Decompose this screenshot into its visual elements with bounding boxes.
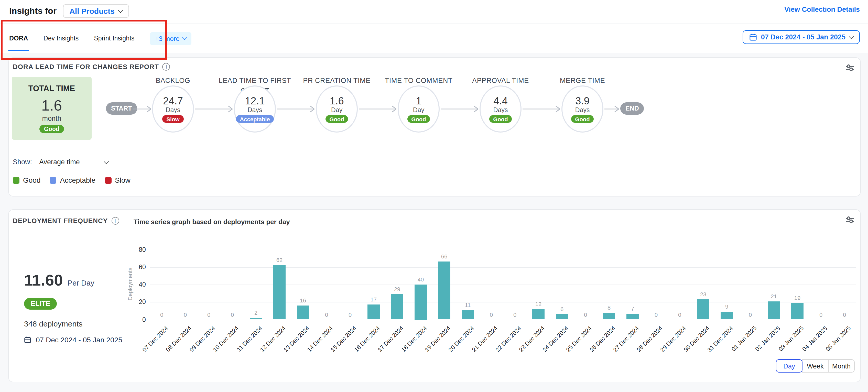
flow-arrow	[195, 105, 233, 113]
tab-dev-insights[interactable]: Dev Insights	[43, 24, 79, 53]
stage-value: 12.1	[245, 95, 265, 107]
legend-swatch	[105, 177, 111, 183]
stage-lead-time-to-first-commit: 12.1DaysAcceptable	[234, 86, 276, 132]
bar-value-label: 0	[175, 311, 195, 318]
legend-swatch	[50, 177, 57, 183]
calendar-icon	[749, 33, 757, 41]
bar-value-label: 0	[740, 311, 761, 318]
stage-merge-time: 3.9DaysGood	[561, 86, 603, 132]
deployment-frequency-card: DEPLOYMENT FREQUENCY i Time series graph…	[8, 209, 861, 382]
legend-item-acceptable: Acceptable	[50, 176, 96, 184]
bar[interactable]	[697, 299, 709, 320]
bar[interactable]	[791, 303, 804, 320]
stage-unit: Days	[248, 107, 262, 114]
content-area: DORA LEAD TIME FOR CHANGES REPORT i TOTA…	[0, 53, 868, 392]
flow-arrow	[523, 105, 560, 113]
bar-value-label: 0	[834, 311, 855, 318]
bar-value-label: 16	[293, 297, 313, 303]
stage-title-merge-time: MERGE TIME	[541, 76, 623, 86]
gridline	[150, 267, 856, 268]
product-selector-value: All Products	[69, 7, 115, 16]
bar[interactable]	[297, 305, 309, 320]
stage-unit: Day	[413, 107, 424, 114]
chevron-down-icon	[182, 35, 187, 40]
bar[interactable]	[250, 318, 262, 320]
bar-value-label: 19	[787, 295, 808, 301]
show-metric-select[interactable]: Average time	[39, 158, 80, 166]
bar[interactable]	[603, 313, 615, 320]
bar-value-label: 29	[387, 286, 407, 292]
chevron-down-icon	[849, 34, 854, 39]
lead-time-card: DORA LEAD TIME FOR CHANGES REPORT i TOTA…	[8, 57, 861, 197]
stage-pr-creation-time: 1.6DayGood	[316, 86, 358, 132]
stage-backlog: 24.7DaysSlow	[152, 86, 194, 132]
bar[interactable]	[721, 312, 733, 320]
tabs-more-dropdown[interactable]: +3 more	[150, 32, 191, 45]
bar[interactable]	[532, 309, 545, 320]
bar-value-label: 8	[599, 304, 619, 311]
bar[interactable]	[368, 305, 380, 320]
bar[interactable]	[273, 265, 286, 320]
bar[interactable]	[414, 284, 427, 320]
x-axis-line	[142, 320, 856, 320]
tab-list: DORADev InsightsSprint Insights+3 more	[9, 24, 191, 53]
stage-status-badge: Good	[407, 115, 430, 123]
stage-status-badge: Good	[571, 115, 594, 123]
date-range-picker[interactable]: 07 Dec 2024 - 05 Jan 2025	[743, 30, 860, 44]
lead-time-flow: START END BACKLOG24.7DaysSlowLEAD TIME T…	[9, 58, 860, 160]
bar-value-label: 0	[481, 311, 501, 318]
show-row: Show: Average time	[13, 158, 108, 166]
stage-status-badge: Acceptable	[236, 115, 274, 123]
bar[interactable]	[768, 301, 780, 320]
bar-value-label: 7	[622, 305, 643, 311]
insights-tabbar: DORADev InsightsSprint Insights+3 more 0…	[0, 24, 868, 53]
granularity-day[interactable]: Day	[776, 359, 803, 372]
bar[interactable]	[556, 314, 568, 320]
bar-value-label: 62	[269, 257, 290, 263]
bar-value-label: 11	[458, 302, 478, 308]
bar-value-label: 0	[198, 311, 219, 318]
chevron-down-icon[interactable]	[104, 159, 109, 164]
legend-label: Acceptable	[60, 176, 96, 184]
stage-value: 24.7	[163, 95, 183, 107]
granularity-month[interactable]: Month	[828, 359, 855, 372]
bar-value-label: 0	[811, 311, 831, 318]
flow-arrow	[133, 105, 152, 113]
bar-value-label: 6	[552, 306, 572, 312]
stage-unit: Days	[166, 107, 180, 114]
legend-label: Good	[23, 176, 41, 184]
flow-arrow	[359, 105, 397, 113]
bar-value-label: 21	[764, 293, 784, 299]
gridline	[150, 249, 856, 250]
bar-value-label: 12	[528, 301, 549, 307]
tab-dora[interactable]: DORA	[9, 24, 28, 53]
legend-label: Slow	[115, 176, 130, 184]
tab-sprint-insights[interactable]: Sprint Insights	[94, 24, 134, 53]
bar-value-label: 0	[340, 311, 360, 318]
stage-time-to-comment: 1DayGood	[398, 86, 440, 132]
deployments-bar-chart: 020406080Deployments007 Dec 2024008 Dec …	[9, 210, 860, 382]
product-selector-dropdown[interactable]: All Products	[63, 4, 129, 18]
bar[interactable]	[462, 310, 474, 320]
gridline	[150, 284, 856, 285]
legend-item-good: Good	[13, 176, 41, 184]
stage-title-pr-creation-time: PR CREATION TIME	[296, 76, 378, 86]
stage-value: 1	[416, 95, 422, 107]
stage-unit: Day	[331, 107, 342, 114]
stage-status-badge: Good	[325, 115, 348, 123]
bar-value-label: 0	[222, 311, 243, 318]
granularity-week[interactable]: Week	[802, 359, 829, 372]
bar[interactable]	[391, 294, 403, 320]
bar-value-label: 2	[246, 310, 266, 316]
bar-value-label: 66	[434, 253, 455, 260]
stage-title-approval-time: APPROVAL TIME	[460, 76, 541, 86]
bar-value-label: 23	[693, 291, 713, 297]
bar[interactable]	[626, 313, 639, 320]
stage-value: 1.6	[330, 95, 344, 107]
granularity-toggle: DayWeekMonth	[776, 359, 855, 372]
bar[interactable]	[438, 262, 451, 320]
stage-title-backlog: BACKLOG	[132, 76, 214, 86]
stage-value: 4.4	[493, 95, 508, 107]
view-collection-details-link[interactable]: View Collection Details	[784, 6, 860, 13]
flow-arrow	[441, 105, 478, 113]
